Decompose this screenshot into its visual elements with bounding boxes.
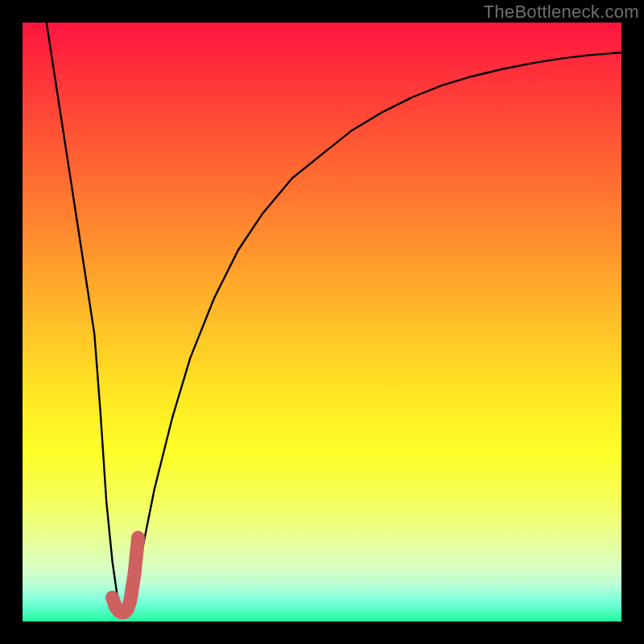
- plot-area: [23, 23, 621, 621]
- watermark-text: TheBottleneck.com: [484, 2, 639, 23]
- curves-svg: [23, 23, 621, 621]
- bottleneck-curve: [47, 23, 621, 616]
- chart-container: TheBottleneck.com: [0, 0, 644, 644]
- highlight-segment: [113, 538, 138, 613]
